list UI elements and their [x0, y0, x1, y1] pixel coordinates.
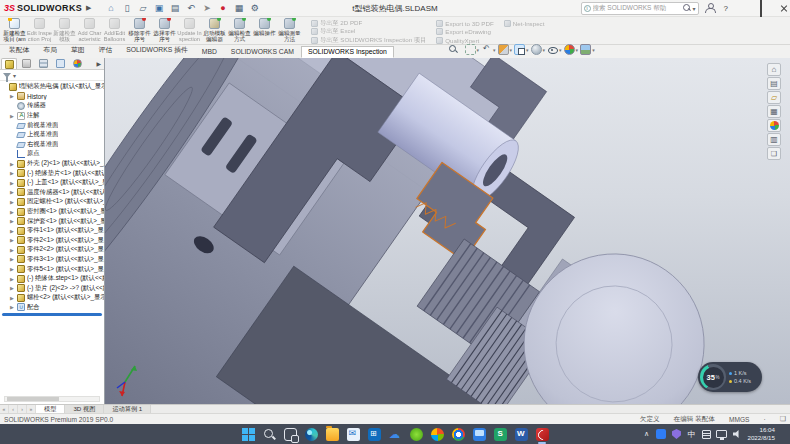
tray-security-button[interactable] — [671, 427, 681, 441]
tree-item[interactable]: ▶ 保护套<1> (默认<<默认>_显示状态) — [0, 216, 104, 226]
dropdown-caret-icon[interactable]: ▾ — [576, 47, 579, 53]
taskbar-app-button[interactable] — [324, 426, 340, 442]
ribbon-button[interactable]: Add Characteristic — [77, 18, 102, 44]
expand-arrow-icon[interactable]: ▶ — [10, 93, 15, 99]
ribbon-export-button[interactable]: Net-Inspect — [504, 19, 545, 28]
tree-item[interactable]: ▶ (-) 上盖<1> (默认<<默认>_显示状态) — [0, 178, 104, 188]
expand-arrow-icon[interactable]: ▶ — [10, 209, 15, 215]
sign-in-button[interactable] — [702, 1, 718, 15]
dropdown-caret-icon[interactable]: ▾ — [592, 47, 595, 53]
heads-up-button[interactable]: ▾ — [531, 44, 547, 55]
menu-expand-icon[interactable]: ▶ — [86, 4, 91, 12]
tree-item[interactable]: ▶ 密封圈<1> (默认<<默认>_显示状态) — [0, 207, 104, 217]
task-pane-tab[interactable] — [767, 91, 781, 104]
heads-up-button[interactable]: ▾ — [547, 44, 563, 55]
quick-access-button[interactable] — [231, 2, 246, 15]
dropdown-caret-icon[interactable]: ▾ — [477, 47, 480, 53]
expand-arrow-icon[interactable]: ▶ — [10, 113, 15, 119]
tree-item[interactable]: ▶ (-) 垫片 (2)<2> ->? (默认<<默认>_显示状态) — [0, 283, 104, 293]
expand-arrow-icon[interactable]: ▶ — [10, 237, 15, 243]
expand-arrow-icon[interactable]: ▶ — [10, 199, 15, 205]
panel-tab[interactable] — [69, 58, 85, 69]
tree-item[interactable]: ▶ 传感器 — [0, 101, 104, 111]
panel-tabs-overflow-button[interactable]: ▶ — [96, 60, 103, 67]
command-tab[interactable]: MBD — [195, 46, 224, 58]
expand-arrow-icon[interactable]: ▶ — [10, 170, 15, 176]
quick-access-button[interactable] — [183, 2, 198, 15]
tree-item[interactable]: ▶ 外壳 (2)<1> (默认<<默认>_显示状态) — [0, 159, 104, 169]
search-dropdown-icon[interactable]: ▾ — [693, 5, 696, 12]
dropdown-caret-icon[interactable]: ▾ — [526, 47, 529, 53]
close-button[interactable] — [772, 1, 788, 15]
help-button[interactable]: ? — [721, 4, 731, 13]
ribbon-export-button[interactable]: Export eDrawing — [436, 28, 494, 37]
task-pane-tab[interactable] — [767, 147, 781, 160]
task-pane-tab[interactable] — [767, 119, 781, 132]
tree-item[interactable]: ▶ 固定螺栓<1> (默认<<默认>_显示状态) — [0, 197, 104, 207]
ribbon-button[interactable]: Add/Edit Balloons — [102, 18, 127, 44]
tab-scroll-first-button[interactable]: « — [0, 405, 9, 413]
command-tab[interactable]: 评估 — [92, 43, 120, 58]
status-pane-toggle-icon[interactable] — [780, 415, 786, 423]
expand-arrow-icon[interactable]: ▶ — [10, 161, 15, 167]
taskbar-app-button[interactable] — [534, 426, 550, 442]
ime-mode-button[interactable] — [701, 427, 711, 441]
ribbon-button[interactable]: 新建检查模板 — [52, 18, 77, 44]
assembly-3d-model[interactable] — [105, 58, 790, 404]
command-tab[interactable]: 布局 — [36, 43, 64, 58]
quick-access-button[interactable] — [151, 2, 166, 15]
command-tab[interactable]: SOLIDWORKS Inspection — [301, 46, 394, 58]
heads-up-button[interactable]: ▾ — [465, 44, 481, 55]
tree-item[interactable]: ▶ (-) 绝缘垫片<1> (默认<<默认>_显示状态) — [0, 168, 104, 178]
taskbar-app-button[interactable] — [429, 426, 445, 442]
panel-tab[interactable] — [35, 58, 51, 69]
expand-arrow-icon[interactable]: ▶ — [10, 189, 15, 195]
expand-arrow-icon[interactable]: ▶ — [10, 247, 15, 253]
document-tab[interactable]: 运动算例 1 — [104, 405, 151, 413]
ribbon-export-button[interactable]: 导出至 2D PDF — [311, 19, 426, 28]
tree-item[interactable]: ▶ (-) 绝缘体.step<1> (默认<<默认>_显示状态) — [0, 274, 104, 284]
expand-arrow-icon[interactable]: ▶ — [10, 295, 15, 301]
dropdown-caret-icon[interactable]: ▾ — [559, 47, 562, 53]
quick-access-button[interactable] — [135, 2, 150, 15]
taskbar-app-button[interactable] — [492, 426, 508, 442]
command-tab[interactable]: SOLIDWORKS 插件 — [119, 43, 195, 58]
tree-item[interactable]: ▶ 零件2<2> (默认<<默认>_显示状态) — [0, 245, 104, 255]
graphics-viewport[interactable]: 35% 1 K/s 0.4 K/s — [105, 58, 790, 404]
expand-arrow-icon[interactable]: ▶ — [10, 276, 15, 282]
search-input[interactable]: i 搜索 SOLIDWORKS 帮助 ▾ — [581, 2, 699, 15]
taskbar-app-button[interactable] — [282, 426, 298, 442]
task-pane-tab[interactable] — [767, 63, 781, 76]
heads-up-button[interactable]: ▾ — [481, 44, 497, 55]
ime-language-button[interactable]: 中 — [686, 427, 696, 441]
dropdown-caret-icon[interactable]: ▾ — [493, 47, 496, 53]
task-pane-tab[interactable] — [767, 77, 781, 90]
solidworks-logo[interactable]: 3S SOLIDWORKS ▶ — [0, 3, 95, 13]
taskbar-app-button[interactable] — [240, 426, 256, 442]
panel-tab[interactable] — [18, 58, 34, 69]
expand-arrow-icon[interactable]: ▶ — [10, 304, 15, 310]
panel-tab[interactable] — [52, 58, 68, 69]
taskbar-app-button[interactable] — [471, 426, 487, 442]
search-icon[interactable] — [683, 4, 691, 12]
ribbon-button[interactable]: 启动模板编辑器 — [202, 18, 227, 44]
quick-access-button[interactable] — [199, 2, 214, 15]
tree-item[interactable]: ▶ 注解 — [0, 111, 104, 121]
ribbon-button[interactable]: 选择零件序号 — [152, 18, 177, 44]
clock[interactable]: 16:04 2022/8/15 — [747, 426, 775, 442]
taskbar-app-button[interactable] — [408, 426, 424, 442]
task-pane-tab[interactable] — [767, 133, 781, 146]
expand-arrow-icon[interactable]: ▶ — [10, 228, 15, 234]
command-tab[interactable]: 草图 — [64, 43, 92, 58]
tree-item[interactable]: ▶ 前视基准面 — [0, 120, 104, 130]
tree-item[interactable]: ▶ 原点 — [0, 149, 104, 159]
tray-app-button[interactable] — [656, 427, 666, 441]
taskbar-app-button[interactable] — [345, 426, 361, 442]
heads-up-button[interactable]: ▾ — [564, 44, 580, 55]
task-pane-tab[interactable] — [767, 105, 781, 118]
tree-item[interactable]: ▶ 零件5<1> (默认<<默认>_显示状态) — [0, 264, 104, 274]
quick-access-button[interactable] — [215, 2, 230, 15]
ribbon-export-button[interactable]: 导出至 Excel — [311, 28, 426, 37]
quick-access-button[interactable] — [247, 2, 262, 15]
taskbar-app-button[interactable] — [366, 426, 382, 442]
